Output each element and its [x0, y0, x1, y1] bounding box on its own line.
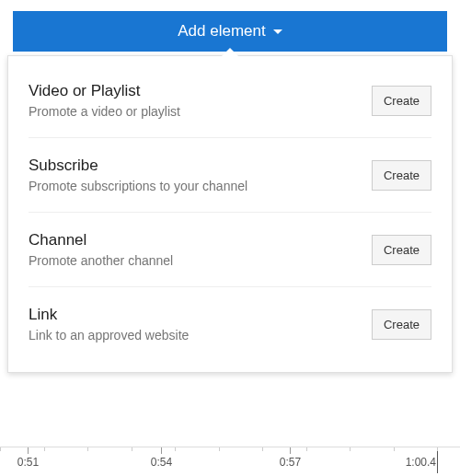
option-text: Subscribe Promote subscriptions to your … — [29, 157, 359, 193]
element-option-link: Link Link to an approved website Create — [29, 287, 431, 361]
option-desc: Link to an approved website — [29, 328, 359, 342]
element-dropdown-panel: Video or Playlist Promote a video or pla… — [7, 55, 453, 373]
option-desc: Promote a video or playlist — [29, 104, 359, 119]
option-desc: Promote subscriptions to your channel — [29, 179, 359, 193]
option-title: Subscribe — [29, 157, 359, 175]
option-text: Video or Playlist Promote a video or pla… — [29, 82, 359, 119]
chevron-down-icon — [273, 29, 282, 34]
element-option-video-playlist: Video or Playlist Promote a video or pla… — [29, 64, 431, 138]
timeline-tick: 0:57 — [290, 447, 291, 476]
timeline-tick-label: 0:57 — [280, 456, 301, 469]
option-title: Link — [29, 306, 359, 324]
option-desc: Promote another channel — [29, 253, 359, 268]
timeline-tick: 0:54 — [161, 447, 162, 476]
create-button[interactable]: Create — [372, 86, 431, 116]
element-option-channel: Channel Promote another channel Create — [29, 213, 431, 287]
timeline-tick-label: 0:54 — [151, 456, 172, 469]
timeline-tick-label: 0:51 — [17, 456, 39, 469]
option-title: Video or Playlist — [29, 82, 359, 100]
dropdown-pointer — [222, 48, 238, 56]
option-title: Channel — [29, 231, 359, 250]
element-option-subscribe: Subscribe Promote subscriptions to your … — [29, 138, 431, 213]
create-button[interactable]: Create — [372, 309, 431, 340]
option-text: Link Link to an approved website — [29, 306, 359, 342]
add-element-label: Add element — [178, 22, 265, 41]
add-element-button[interactable]: Add element — [13, 11, 447, 52]
timeline-tick: 1:00.4 — [437, 447, 438, 476]
timeline-tick: 0:51 — [28, 447, 29, 476]
timeline-tick-label: 1:00.4 — [406, 456, 436, 469]
timeline-ruler[interactable]: 0:510:540:571:00.4 — [0, 447, 460, 476]
option-text: Channel Promote another channel — [29, 231, 359, 268]
create-button[interactable]: Create — [372, 235, 431, 265]
create-button[interactable]: Create — [372, 160, 431, 191]
